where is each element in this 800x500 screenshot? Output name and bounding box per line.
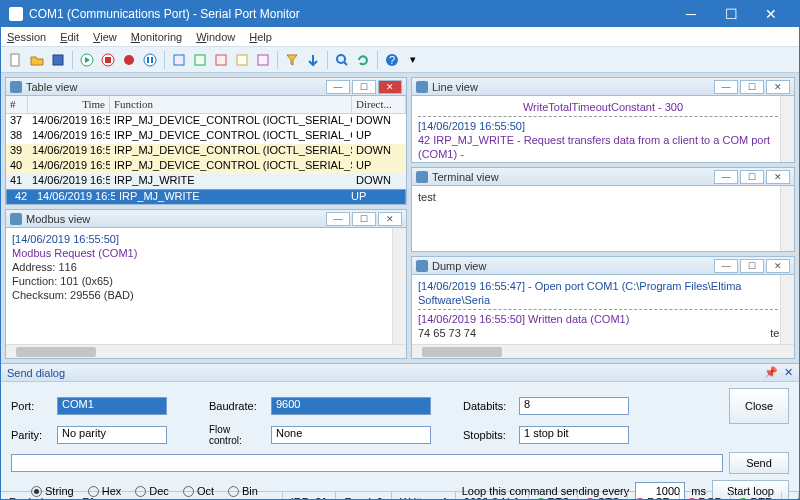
panel-maximize-button[interactable]: ☐ [740, 80, 764, 94]
send-button[interactable]: Send [729, 452, 789, 474]
dropdown-icon[interactable]: ▾ [404, 51, 422, 69]
open-icon[interactable] [28, 51, 46, 69]
panel-title: Modbus view [26, 213, 324, 225]
led-dsr: DSR [628, 492, 679, 500]
stop-icon[interactable] [99, 51, 117, 69]
view5-icon[interactable] [254, 51, 272, 69]
line-icon [416, 81, 428, 93]
record-icon[interactable] [120, 51, 138, 69]
dump-view-panel: Dump view—☐✕ [14/06/2019 16:55:47] - Ope… [411, 256, 795, 359]
status-config: 9600-8-N-1 [456, 492, 529, 500]
led-dtr: DTR [731, 492, 782, 500]
panel-minimize-button[interactable]: — [714, 259, 738, 273]
refresh-icon[interactable] [354, 51, 372, 69]
scrollbar-vertical[interactable] [780, 275, 794, 344]
new-icon[interactable] [7, 51, 25, 69]
flow-label: Flow control: [209, 424, 265, 446]
play-icon[interactable] [78, 51, 96, 69]
view3-icon[interactable] [212, 51, 230, 69]
goto-icon[interactable] [304, 51, 322, 69]
menu-window[interactable]: Window [196, 31, 235, 43]
panel-minimize-button[interactable]: — [714, 170, 738, 184]
svg-rect-9 [174, 55, 184, 65]
svg-point-6 [144, 54, 156, 66]
svg-rect-11 [216, 55, 226, 65]
parity-select[interactable]: No parity [57, 426, 167, 444]
panel-title: Terminal view [432, 171, 712, 183]
workspace: Table view—☐✕ # Time Function Direct... … [1, 73, 799, 363]
send-input[interactable] [11, 454, 723, 472]
panel-close-button[interactable]: ✕ [766, 259, 790, 273]
view4-icon[interactable] [233, 51, 251, 69]
panel-close-button[interactable]: ✕ [766, 80, 790, 94]
dump-content: [14/06/2019 16:55:47] - Open port COM1 (… [412, 275, 794, 344]
stopbits-select[interactable]: 1 stop bit [519, 426, 629, 444]
help-icon[interactable]: ? [383, 51, 401, 69]
filter-icon[interactable] [283, 51, 301, 69]
send-dialog-close-button[interactable]: ✕ [784, 366, 793, 379]
table-row[interactable]: 4014/06/2019 16:55:47IRP_MJ_DEVICE_CONTR… [6, 159, 406, 174]
panel-maximize-button[interactable]: ☐ [740, 259, 764, 273]
table-row[interactable]: 3914/06/2019 16:55:47IRP_MJ_DEVICE_CONTR… [6, 144, 406, 159]
maximize-button[interactable]: ☐ [711, 1, 751, 27]
panel-close-button[interactable]: ✕ [378, 212, 402, 226]
resize-grip[interactable]: ◢ [782, 492, 799, 500]
menu-session[interactable]: Session [7, 31, 46, 43]
databits-label: Databits: [463, 400, 513, 412]
status-help: For help press F1 [1, 492, 283, 500]
led-cts: CTS [578, 492, 628, 500]
baudrate-select[interactable]: 9600 [271, 397, 431, 415]
scrollbar-vertical[interactable] [780, 186, 794, 251]
view1-icon[interactable] [170, 51, 188, 69]
scrollbar-vertical[interactable] [392, 228, 406, 344]
pause-icon[interactable] [141, 51, 159, 69]
table-row[interactable]: 3814/06/2019 16:55:47IRP_MJ_DEVICE_CONTR… [6, 129, 406, 144]
port-label: Port: [11, 400, 51, 412]
send-dialog: Send dialog📌✕ Port: COM1 Baudrate: 9600 … [1, 363, 799, 491]
toolbar: ? ▾ [1, 47, 799, 73]
col-direction[interactable]: Direct... [352, 96, 406, 113]
scrollbar-vertical[interactable] [780, 96, 794, 162]
modbus-view-panel: Modbus view—☐✕ [14/06/2019 16:55:50] Mod… [5, 209, 407, 359]
line-view-panel: Line view—☐✕ WriteTotalTimeoutConstant -… [411, 77, 795, 163]
panel-minimize-button[interactable]: — [326, 80, 350, 94]
svg-point-14 [337, 55, 345, 63]
led-dcd: DCD [680, 492, 732, 500]
view2-icon[interactable] [191, 51, 209, 69]
panel-maximize-button[interactable]: ☐ [740, 170, 764, 184]
panel-minimize-button[interactable]: — [326, 212, 350, 226]
menu-edit[interactable]: Edit [60, 31, 79, 43]
flow-select[interactable]: None [271, 426, 431, 444]
databits-select[interactable]: 8 [519, 397, 629, 415]
menu-monitoring[interactable]: Monitoring [131, 31, 182, 43]
table-row[interactable]: 4114/06/2019 16:55:50IRP_MJ_WRITEDOWN [6, 174, 406, 189]
modbus-icon [10, 213, 22, 225]
table-view-panel: Table view—☐✕ # Time Function Direct... … [5, 77, 407, 205]
terminal-view-panel: Terminal view—☐✕ test [411, 167, 795, 252]
panel-maximize-button[interactable]: ☐ [352, 212, 376, 226]
port-select[interactable]: COM1 [57, 397, 167, 415]
scrollbar-horizontal[interactable] [412, 344, 794, 358]
line-content: WriteTotalTimeoutConstant - 300 [14/06/2… [412, 96, 794, 162]
close-button[interactable]: ✕ [751, 1, 791, 27]
pin-icon[interactable]: 📌 [764, 366, 778, 379]
col-function[interactable]: Function [110, 96, 352, 113]
find-icon[interactable] [333, 51, 351, 69]
panel-minimize-button[interactable]: — [714, 80, 738, 94]
menu-help[interactable]: Help [249, 31, 272, 43]
panel-maximize-button[interactable]: ☐ [352, 80, 376, 94]
panel-close-button[interactable]: ✕ [766, 170, 790, 184]
menu-view[interactable]: View [93, 31, 117, 43]
table-row[interactable]: 4214/06/2019 16:55:50IRP_MJ_WRITEUP [6, 189, 406, 204]
col-time[interactable]: Time [28, 96, 110, 113]
close-button[interactable]: Close [729, 388, 789, 424]
col-num[interactable]: # [6, 96, 28, 113]
panel-close-button[interactable]: ✕ [378, 80, 402, 94]
minimize-button[interactable]: ─ [671, 1, 711, 27]
dump-icon [416, 260, 428, 272]
table-row[interactable]: 3714/06/2019 16:55:47IRP_MJ_DEVICE_CONTR… [6, 114, 406, 129]
menubar: Session Edit View Monitoring Window Help [1, 27, 799, 47]
terminal-content: test [412, 186, 794, 208]
scrollbar-horizontal[interactable] [6, 344, 406, 358]
save-icon[interactable] [49, 51, 67, 69]
